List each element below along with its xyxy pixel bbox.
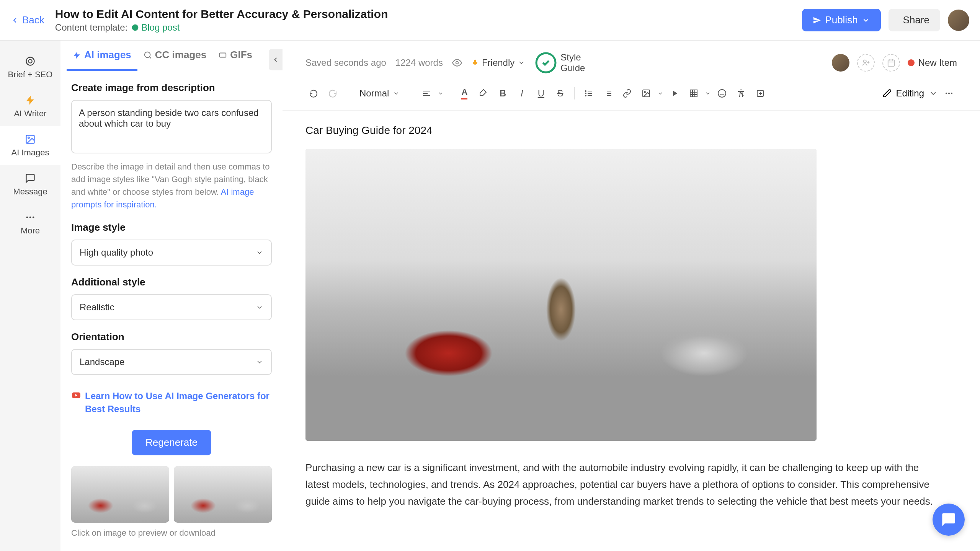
more-format-button[interactable] <box>941 85 957 101</box>
image-button[interactable] <box>638 85 654 101</box>
bullet-list-button[interactable] <box>581 85 597 101</box>
document-title[interactable]: Car Buying Guide for 2024 <box>305 124 957 137</box>
format-toolbar: Normal A B I U S <box>283 80 980 111</box>
left-nav: Brief + SEO AI Writer AI Images Message … <box>0 41 60 551</box>
sidebar-panel: AI images CC images GIFs Create image fr… <box>60 41 283 551</box>
user-avatar[interactable] <box>948 10 969 31</box>
mic-icon <box>471 59 479 67</box>
chevron-down-icon[interactable] <box>705 90 711 96</box>
nav-ai-writer[interactable]: AI Writer <box>0 87 60 126</box>
document-body[interactable]: Purchasing a new car is a significant in… <box>305 459 933 510</box>
svg-rect-20 <box>690 90 697 97</box>
chevron-down-icon <box>256 249 263 256</box>
svg-point-7 <box>33 217 34 218</box>
schedule-button[interactable] <box>882 54 900 72</box>
underline-button[interactable]: U <box>533 85 549 101</box>
strike-button[interactable]: S <box>552 85 568 101</box>
chevron-left-icon <box>272 56 279 64</box>
additional-style-label: Additional style <box>71 276 272 288</box>
chat-launcher[interactable] <box>933 504 965 536</box>
nav-message[interactable]: Message <box>0 165 60 204</box>
video-button[interactable] <box>666 85 683 101</box>
status-dot <box>908 59 915 66</box>
emoji-button[interactable] <box>714 85 730 101</box>
create-image-label: Create image from description <box>71 82 272 94</box>
editor-panel: Saved seconds ago 1224 words Friendly St… <box>283 41 980 551</box>
chevron-down-icon[interactable] <box>438 90 444 96</box>
share-button[interactable]: Share <box>889 9 940 31</box>
orientation-select[interactable]: Landscape <box>71 349 272 375</box>
svg-point-24 <box>948 93 950 94</box>
publish-button[interactable]: Publish <box>802 9 880 31</box>
text-color-button[interactable]: A <box>456 85 472 101</box>
svg-point-6 <box>29 217 31 218</box>
back-label: Back <box>22 14 44 26</box>
back-button[interactable]: Back <box>11 14 44 26</box>
orientation-label: Orientation <box>71 331 272 343</box>
hero-image[interactable] <box>305 149 817 441</box>
svg-point-25 <box>951 93 952 94</box>
svg-point-8 <box>145 52 150 57</box>
svg-point-21 <box>718 90 726 97</box>
help-text: Describe the image in detail and then us… <box>71 160 272 211</box>
format-select[interactable]: Normal <box>353 85 406 102</box>
document-content[interactable]: Car Buying Guide for 2024 Purchasing a n… <box>283 111 980 551</box>
tab-cc-images[interactable]: CC images <box>137 41 212 71</box>
chevron-down-icon <box>393 90 400 97</box>
saved-status: Saved seconds ago <box>305 57 386 68</box>
chevron-down-icon <box>929 89 938 98</box>
bold-button[interactable]: B <box>495 85 511 101</box>
word-count: 1224 words <box>395 57 443 68</box>
image-style-select[interactable]: High quality photo <box>71 240 272 266</box>
nav-brief-seo[interactable]: Brief + SEO <box>0 48 60 87</box>
svg-point-11 <box>456 62 459 64</box>
generated-thumb-1[interactable] <box>71 466 169 523</box>
user-plus-icon <box>862 59 870 67</box>
nav-ai-images[interactable]: AI Images <box>0 126 60 165</box>
link-button[interactable] <box>619 85 635 101</box>
nav-more[interactable]: More <box>0 204 60 243</box>
clear-format-button[interactable] <box>733 85 749 101</box>
generated-thumb-2[interactable] <box>174 466 272 523</box>
svg-point-1 <box>26 57 34 65</box>
regenerate-button[interactable]: Regenerate <box>132 430 211 455</box>
undo-button[interactable] <box>305 85 322 101</box>
image-style-label: Image style <box>71 222 272 233</box>
italic-button[interactable]: I <box>514 85 530 101</box>
thumb-hint: Click on image to preview or download <box>71 528 272 538</box>
collaborator-avatar[interactable] <box>832 54 849 72</box>
align-button[interactable] <box>418 85 434 101</box>
table-button[interactable] <box>686 85 702 101</box>
svg-rect-9 <box>220 53 226 57</box>
gif-icon <box>219 51 227 59</box>
number-list-button[interactable] <box>600 85 616 101</box>
chevron-left-icon <box>11 16 19 24</box>
chevron-down-icon[interactable] <box>657 90 663 96</box>
image-description-input[interactable] <box>71 100 272 153</box>
tone-selector[interactable]: Friendly <box>471 57 525 68</box>
new-item-status[interactable]: New Item <box>908 57 957 68</box>
svg-point-23 <box>946 93 947 94</box>
add-collaborator[interactable] <box>857 54 875 72</box>
tab-ai-images[interactable]: AI images <box>67 41 137 71</box>
svg-point-16 <box>585 93 586 94</box>
insert-snippet-button[interactable] <box>752 85 768 101</box>
chevron-down-icon <box>518 59 525 67</box>
svg-point-4 <box>28 137 29 139</box>
template-link[interactable]: Blog post <box>131 22 180 33</box>
style-guide-button[interactable]: Style Guide <box>534 51 585 74</box>
highlight-button[interactable] <box>475 85 492 101</box>
tab-gifs[interactable]: GIFs <box>212 41 258 71</box>
message-icon <box>25 173 36 184</box>
redo-button[interactable] <box>325 85 341 101</box>
pencil-icon <box>882 89 892 98</box>
eye-icon[interactable] <box>452 58 462 68</box>
svg-point-13 <box>863 60 866 63</box>
collapse-sidebar-button[interactable] <box>269 49 283 70</box>
editing-mode-select[interactable]: Editing <box>882 88 938 99</box>
chevron-down-icon <box>256 303 263 311</box>
additional-style-select[interactable]: Realistic <box>71 294 272 320</box>
chevron-down-icon <box>862 16 870 24</box>
svg-point-0 <box>132 24 139 31</box>
learn-link[interactable]: Learn How to Use AI Image Generators for… <box>71 390 272 415</box>
